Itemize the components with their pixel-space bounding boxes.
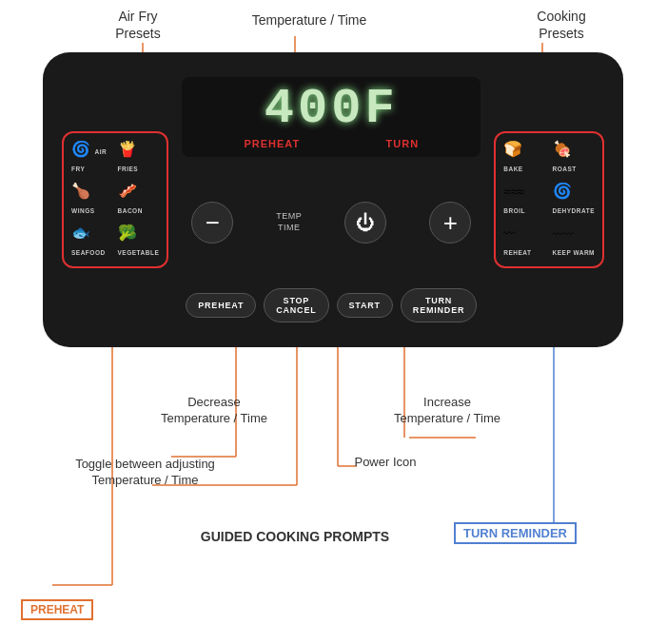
broil-btn[interactable]: ≈≈≈ BROIL [503, 183, 544, 217]
cooking-presets-label: CookingPresets [519, 8, 604, 42]
decrease-btn[interactable]: − [191, 202, 233, 244]
turn-reminder-btn[interactable]: TURNREMINDER [401, 288, 477, 322]
cooking-presets-grid: 🍞 BAKE 🍖 ROAST ≈≈≈ BROIL 🌀 DEHYDRATE 〰 R… [494, 131, 604, 268]
turn-reminder-box-label: TURN REMINDER [454, 522, 577, 544]
seafood-btn[interactable]: 🐟 SEAFOOD [71, 224, 110, 259]
bottom-buttons-row: PREHEAT STOPCANCEL START TURNREMINDER [182, 288, 481, 322]
temperature-time-label: Temperature / Time [243, 11, 376, 29]
guided-cooking-label: GUIDED COOKING PROMPTS [200, 528, 390, 545]
increase-annotation: IncreaseTemperature / Time [371, 395, 523, 427]
preheat-pill-btn[interactable]: PREHEAT [186, 293, 256, 318]
reheat-btn[interactable]: 〰 REHEAT [503, 224, 544, 259]
temperature-display: 400F PREHEAT TURN [182, 77, 481, 157]
increase-btn[interactable]: + [429, 202, 471, 244]
center-section: 400F PREHEAT TURN − TEMPTIME ⏻ + PREHEAT… [182, 69, 481, 330]
bacon-btn[interactable]: 🥓 BACON [118, 183, 160, 217]
decrease-annotation: DecreaseTemperature / Time [147, 395, 281, 427]
air-fry-presets-grid: 🌀 AIR FRY 🍟 FRIES 🍗 WINGS 🥓 BACON 🐟 SEAF… [62, 131, 168, 268]
start-btn[interactable]: START [337, 293, 393, 318]
controls-row: − TEMPTIME ⏻ + [182, 202, 481, 244]
turn-indicator: TURN [386, 138, 420, 149]
stop-cancel-btn[interactable]: STOPCANCEL [264, 288, 328, 322]
roast-btn[interactable]: 🍖 ROAST [553, 141, 595, 175]
vegetable-btn[interactable]: 🥦 VEGETABLE [118, 224, 160, 259]
fries-btn[interactable]: 🍟 FRIES [118, 141, 160, 175]
bake-btn[interactable]: 🍞 BAKE [503, 141, 544, 175]
wings-btn[interactable]: 🍗 WINGS [71, 183, 110, 217]
preheat-indicator: PREHEAT [244, 138, 300, 149]
keep-warm-btn[interactable]: 〰〰 KEEP WARM [553, 224, 595, 259]
air-fry-presets-label: Air FryPresets [95, 8, 181, 42]
preheat-box-label: PREHEAT [21, 599, 93, 620]
control-panel: 🌀 AIR FRY 🍟 FRIES 🍗 WINGS 🥓 BACON 🐟 SEAF… [43, 52, 623, 347]
toggle-annotation: Toggle between adjustingTemperature / Ti… [57, 457, 233, 489]
temp-value: 400F [201, 85, 461, 134]
power-icon-annotation: Power Icon [338, 455, 433, 471]
temp-time-label: TEMPTIME [276, 211, 302, 233]
air-fry-btn[interactable]: 🌀 AIR FRY [71, 141, 110, 175]
dehydrate-btn[interactable]: 🌀 DEHYDRATE [553, 183, 595, 217]
power-btn[interactable]: ⏻ [344, 202, 386, 244]
